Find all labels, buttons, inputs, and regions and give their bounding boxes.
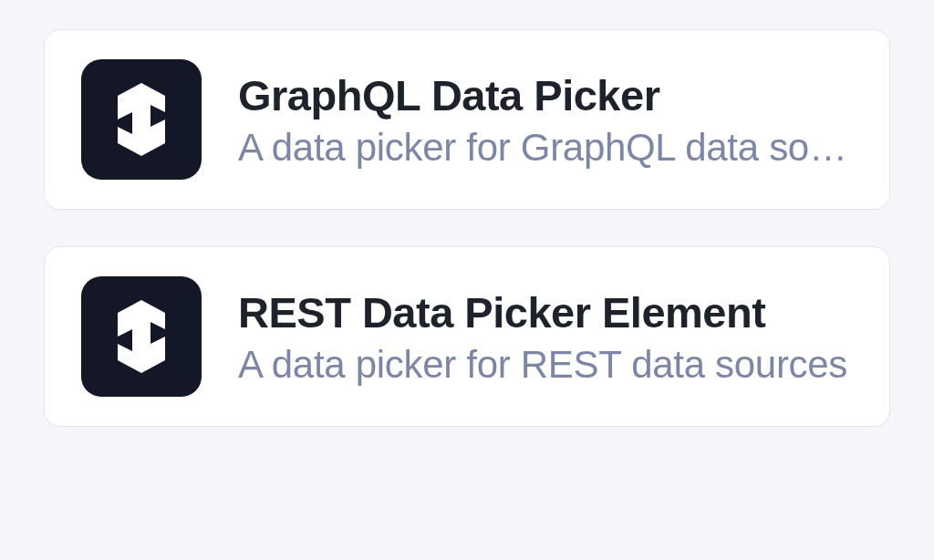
list-item-content: GraphQL Data Picker A data picker for Gr… [238, 70, 853, 170]
list-item-description: A data picker for REST data sources [238, 343, 853, 387]
list-item[interactable]: GraphQL Data Picker A data picker for Gr… [44, 29, 890, 210]
list-item-content: REST Data Picker Element A data picker f… [238, 287, 853, 387]
gadget-logo-icon [81, 276, 202, 397]
list-item-description: A data picker for GraphQL data sources [238, 126, 853, 170]
list-item[interactable]: REST Data Picker Element A data picker f… [44, 246, 890, 427]
gadget-logo-icon [81, 59, 202, 180]
list-item-title: GraphQL Data Picker [238, 70, 853, 120]
list-item-title: REST Data Picker Element [238, 287, 853, 337]
